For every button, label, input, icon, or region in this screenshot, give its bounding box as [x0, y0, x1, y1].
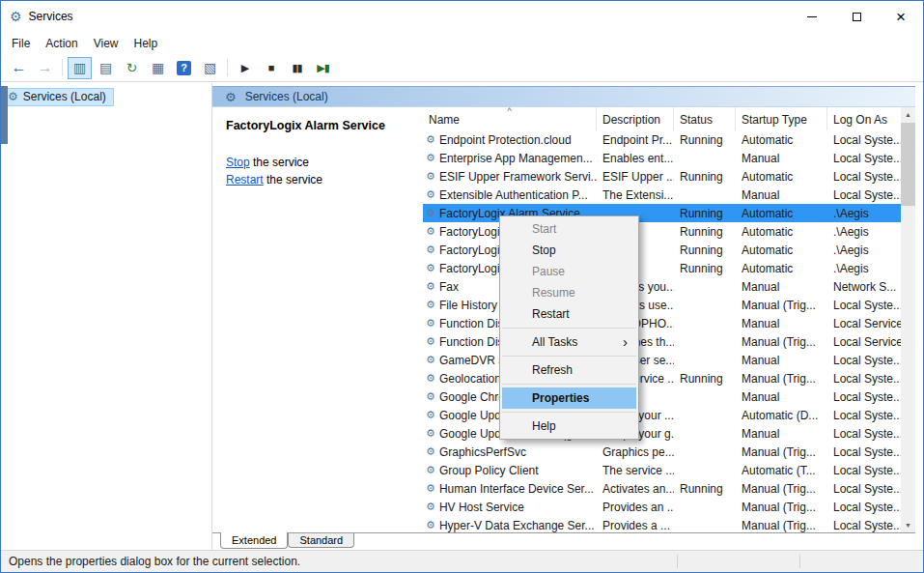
back-button[interactable]: ←: [7, 57, 31, 79]
scroll-up-button[interactable]: ▲: [901, 107, 915, 122]
service-row[interactable]: ⚙FactoryLogix Alarm ServiceRunningAutoma…: [423, 204, 901, 222]
column-header-description[interactable]: Description: [597, 107, 674, 130]
service-row[interactable]: ⚙HV Host ServiceProvides an ...Manual (T…: [423, 498, 901, 516]
service-gear-icon: ⚙: [426, 410, 435, 420]
service-gear-icon: ⚙: [426, 171, 435, 182]
cell-description: Graphics pe...: [597, 443, 674, 461]
cell-status: [674, 424, 736, 443]
stop-service-link[interactable]: Stop: [226, 156, 250, 169]
context-menu-properties[interactable]: Properties: [502, 387, 636, 409]
table-header: Name^DescriptionStatusStartup TypeLog On…: [423, 107, 901, 130]
service-row[interactable]: ⚙Hyper-V Data Exchange Ser...Provides a …: [423, 516, 901, 532]
show-console-tree-button[interactable]: ▥: [68, 57, 92, 79]
tab-extended[interactable]: Extended: [220, 532, 288, 549]
service-row[interactable]: ⚙Google Update Service (g...Keeps your g…: [423, 424, 901, 443]
cell-description: Endpoint Pr...: [597, 130, 674, 149]
show-action-pane-button[interactable]: ▧: [198, 57, 222, 79]
list-area: Name^DescriptionStatusStartup TypeLog On…: [423, 107, 901, 532]
services-node-icon: ⚙: [8, 91, 18, 102]
menu-view[interactable]: View: [86, 34, 126, 53]
scroll-down-button[interactable]: ▼: [901, 518, 915, 532]
menu-file[interactable]: File: [4, 34, 38, 53]
tree-item-services-local[interactable]: ⚙ Services (Local): [4, 88, 114, 106]
forward-button[interactable]: →: [33, 57, 57, 79]
cell-log-on-as: Local Syste...: [827, 149, 901, 167]
minimize-button[interactable]: [790, 1, 834, 32]
cell-status: [674, 314, 736, 332]
context-menu-item-label: Pause: [532, 265, 565, 278]
column-header-log-on-as[interactable]: Log On As: [827, 107, 901, 130]
cell-description: Activates an...: [597, 479, 674, 498]
menu-help[interactable]: Help: [126, 34, 166, 53]
service-row[interactable]: ⚙Google Chrome Elevation ...ManualLocal …: [423, 387, 901, 406]
context-menu-refresh[interactable]: Refresh: [502, 359, 636, 381]
pause-service-button[interactable]: ▮▮: [285, 57, 309, 79]
service-row[interactable]: ⚙Endpoint Protection.cloudEndpoint Pr...…: [423, 130, 901, 149]
service-row[interactable]: ⚙Human Interface Device Ser...Activates …: [423, 479, 901, 498]
start-service-icon: ▶: [241, 63, 248, 73]
cell-log-on-as: Local Service: [827, 332, 901, 351]
context-menu-help[interactable]: Help: [502, 415, 636, 437]
help-button[interactable]: ?: [172, 57, 196, 79]
vertical-scrollbar[interactable]: ▲ ▼: [901, 107, 915, 532]
cell-status: [674, 332, 736, 351]
service-row[interactable]: ⚙FaxEnables you...ManualNetwork S...: [423, 277, 901, 296]
cell-startup-type: Manual (Trig...: [736, 479, 827, 498]
help-icon: ?: [177, 61, 191, 75]
console-tree-panel: ⚙ Services (Local): [1, 83, 212, 550]
restart-service-button[interactable]: ▶▮: [311, 57, 335, 79]
context-menu: StartStopPauseResumeRestartAll Tasks›Ref…: [499, 215, 639, 440]
service-row[interactable]: ⚙GraphicsPerfSvcGraphics pe...Manual (Tr…: [423, 443, 901, 461]
cell-startup-type: Automatic: [736, 130, 827, 149]
service-row[interactable]: ⚙GameDVR and Broadcast U...This user se.…: [423, 351, 901, 369]
service-gear-icon: ⚙: [426, 446, 435, 457]
properties-button[interactable]: ▤: [94, 57, 118, 79]
column-header-name[interactable]: Name^: [423, 107, 597, 130]
cell-status: [674, 277, 736, 296]
cell-status: [674, 516, 736, 532]
cell-description: The service ...: [597, 461, 674, 479]
service-row[interactable]: ⚙FactoryLogix...RunningAutomatic.\Aegis: [423, 259, 901, 277]
status-bar: Opens the properties dialog box for the …: [1, 550, 923, 572]
context-menu-item-label: Start: [532, 222, 556, 236]
service-row[interactable]: ⚙FactoryLogix...RunningAutomatic.\Aegis: [423, 241, 901, 259]
cell-log-on-as: Network S...: [827, 277, 901, 296]
service-row[interactable]: ⚙Extensible Authentication P...The Exten…: [423, 186, 901, 204]
service-row[interactable]: ⚙Function Discovery Provid...The FDPHO..…: [423, 314, 901, 332]
maximize-button[interactable]: [834, 1, 879, 32]
scroll-thumb[interactable]: [901, 123, 915, 206]
cell-status: [674, 461, 736, 479]
menu-action[interactable]: Action: [38, 34, 85, 53]
start-service-button[interactable]: ▶: [233, 57, 257, 79]
export-list-button[interactable]: ▦: [146, 57, 170, 79]
service-row[interactable]: ⚙ESIF Upper Framework Servi...ESIF Upper…: [423, 167, 901, 186]
context-menu-all-tasks[interactable]: All Tasks›: [502, 331, 636, 353]
service-name-text: Group Policy Client: [439, 464, 539, 477]
service-row[interactable]: ⚙Geolocation ServiceThis service ...Runn…: [423, 369, 901, 387]
column-header-startup-type[interactable]: Startup Type: [736, 107, 827, 130]
close-button[interactable]: ×: [879, 1, 923, 32]
column-header-status[interactable]: Status: [674, 107, 736, 130]
forward-icon: →: [38, 60, 53, 75]
restart-service-link[interactable]: Restart: [226, 173, 264, 186]
service-gear-icon: ⚙: [426, 263, 435, 273]
service-name-text: Fax: [439, 280, 459, 294]
cell-status: Running: [674, 369, 736, 387]
service-row[interactable]: ⚙Function Discovery Resourc...Publishes …: [423, 332, 901, 351]
service-row[interactable]: ⚙Google Update Service (g...Keeps your .…: [423, 406, 901, 424]
refresh-icon: ↻: [126, 61, 138, 74]
service-row[interactable]: ⚙Enterprise App Managemen...Enables ent.…: [423, 149, 901, 167]
context-menu-restart[interactable]: Restart: [502, 303, 636, 325]
cell-status: Running: [674, 167, 736, 186]
refresh-button[interactable]: ↻: [120, 57, 144, 79]
taskpad: FactoryLogix Alarm Service Stop the serv…: [212, 107, 423, 532]
service-row[interactable]: ⚙Group Policy ClientThe service ...Autom…: [423, 461, 901, 479]
context-menu-pause: Pause: [502, 261, 636, 282]
context-menu-item-label: Help: [532, 419, 556, 433]
context-menu-stop[interactable]: Stop: [502, 240, 636, 261]
service-row[interactable]: ⚙File History ServiceProtects use...Manu…: [423, 296, 901, 314]
service-row[interactable]: ⚙FactoryLogix...RunningAutomatic.\Aegis: [423, 222, 901, 241]
cell-status: [674, 351, 736, 369]
stop-service-button[interactable]: ■: [259, 57, 283, 79]
tab-standard[interactable]: Standard: [288, 533, 354, 548]
